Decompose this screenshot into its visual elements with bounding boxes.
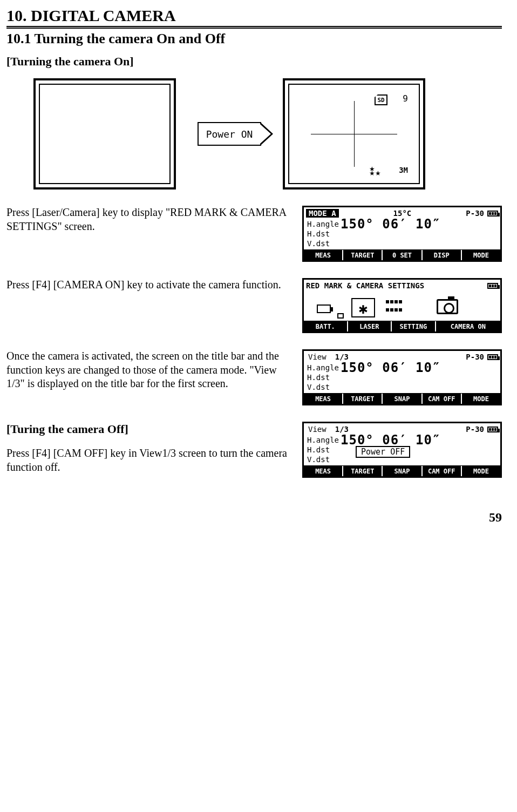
subhead-turn-off: [Turing the camera Off] bbox=[6, 422, 292, 437]
page-number: 59 bbox=[6, 510, 502, 525]
tab-snap[interactable]: SNAP bbox=[383, 394, 422, 404]
battery-icon bbox=[487, 427, 498, 432]
title-prism: P-30 bbox=[466, 209, 484, 218]
tab-mode[interactable]: MODE bbox=[462, 394, 500, 404]
tab-cam-off[interactable]: CAM OFF bbox=[423, 466, 462, 476]
tab-disp[interactable]: DISP bbox=[423, 250, 462, 260]
lcd-power-off: View 1/3 P-30 H.angle 150° 06′ 10″ H.dst… bbox=[302, 422, 502, 478]
tabs-row: BATT. LASER SETTING CAMERA ON bbox=[304, 321, 500, 331]
chapter-rule bbox=[6, 28, 502, 29]
tab-camera-on[interactable]: CAMERA ON bbox=[436, 321, 500, 331]
tab-cam-off[interactable]: CAM OFF bbox=[423, 394, 462, 404]
figure-power-on-transition: Power ON SD 9 ★★★ 3M bbox=[33, 78, 502, 190]
reading-hangle: 150° 06′ 10″ bbox=[341, 363, 440, 373]
sd-icon: SD bbox=[375, 94, 387, 105]
power-on-arrow: Power ON bbox=[198, 122, 261, 146]
step2-text: Press [F4] [CAMERA ON] key to activate t… bbox=[6, 278, 292, 292]
title-view: View bbox=[306, 425, 326, 434]
row-hangle-label: H.angle bbox=[307, 435, 341, 445]
lcd-off-frame bbox=[33, 78, 176, 190]
row-hangle-label: H.angle bbox=[307, 363, 341, 373]
tabs-row: MEAS TARGET SNAP CAM OFF MODE bbox=[304, 393, 500, 404]
row-hdst-label: H.dst bbox=[307, 373, 341, 382]
tab-meas[interactable]: MEAS bbox=[304, 394, 343, 404]
tab-0set[interactable]: 0 SET bbox=[383, 250, 422, 260]
row-hangle-label: H.angle bbox=[307, 219, 341, 229]
lcd-on-frame: SD 9 ★★★ 3M bbox=[283, 78, 425, 190]
setting-icon bbox=[386, 298, 410, 317]
battery-icon bbox=[487, 211, 498, 216]
tab-target[interactable]: TARGET bbox=[343, 394, 383, 404]
tab-laser[interactable]: LASER bbox=[348, 321, 392, 331]
settings-title: RED MARK & CAMERA SETTINGS bbox=[306, 281, 424, 290]
lcd-view-1-3: View 1/3 P-30 H.angle 150° 06′ 10″ H.dst… bbox=[302, 349, 502, 405]
tabs-row: MEAS TARGET 0 SET DISP MODE bbox=[304, 249, 500, 260]
power-off-overlay: Power OFF bbox=[356, 446, 410, 458]
camera-icon bbox=[437, 298, 460, 317]
tab-target[interactable]: TARGET bbox=[343, 466, 383, 476]
step3-text: Once the camera is activated, the screen… bbox=[6, 349, 292, 391]
tab-target[interactable]: TARGET bbox=[343, 250, 383, 260]
resolution-badge: 3M bbox=[399, 166, 408, 174]
tab-meas[interactable]: MEAS bbox=[304, 250, 343, 260]
title-view: View bbox=[306, 353, 326, 361]
step4-text: Press [F4] [CAM OFF] key in View1/3 scre… bbox=[6, 446, 292, 474]
step1-text: Press [Laser/Camera] key to display "RED… bbox=[6, 206, 292, 233]
battery-icon bbox=[487, 354, 498, 360]
row-hdst-label: H.dst bbox=[307, 445, 341, 455]
chapter-title: 10. DIGITAL CAMERA bbox=[6, 6, 502, 27]
section-title: 10.1 Turning the camera On and Off bbox=[6, 31, 502, 47]
tab-setting[interactable]: SETTING bbox=[392, 321, 436, 331]
tab-batt[interactable]: BATT. bbox=[304, 321, 348, 331]
lcd-mode-a: MODE A 15°C P-30 H.angle 150° 06′ 10″ H.… bbox=[302, 206, 502, 262]
tab-snap[interactable]: SNAP bbox=[383, 466, 422, 476]
battery-status-icon bbox=[317, 298, 341, 317]
title-mode-a: MODE A bbox=[306, 209, 339, 218]
subhead-turn-on: [Turning the camera On] bbox=[6, 55, 502, 69]
title-prism: P-30 bbox=[466, 353, 484, 361]
row-vdst-label: V.dst bbox=[307, 382, 341, 392]
row-hdst-label: H.dst bbox=[307, 229, 341, 239]
tab-meas[interactable]: MEAS bbox=[304, 466, 343, 476]
tabs-row: MEAS TARGET SNAP CAM OFF MODE bbox=[304, 465, 500, 476]
row-vdst-label: V.dst bbox=[307, 239, 341, 248]
tab-mode[interactable]: MODE bbox=[462, 250, 500, 260]
quality-stars-icon: ★★★ bbox=[369, 167, 381, 175]
title-prism: P-30 bbox=[466, 425, 484, 434]
shots-remaining: 9 bbox=[403, 93, 408, 104]
battery-icon bbox=[487, 283, 498, 289]
row-vdst-label: V.dst bbox=[307, 455, 341, 464]
laser-icon: ✱ bbox=[351, 298, 375, 317]
tab-mode[interactable]: MODE bbox=[462, 466, 500, 476]
lcd-settings: RED MARK & CAMERA SETTINGS ✱ BATT. LASER… bbox=[302, 278, 502, 333]
reading-hangle: 150° 06′ 10″ bbox=[341, 219, 440, 229]
reading-hangle: 150° 06′ 10″ bbox=[341, 435, 440, 445]
